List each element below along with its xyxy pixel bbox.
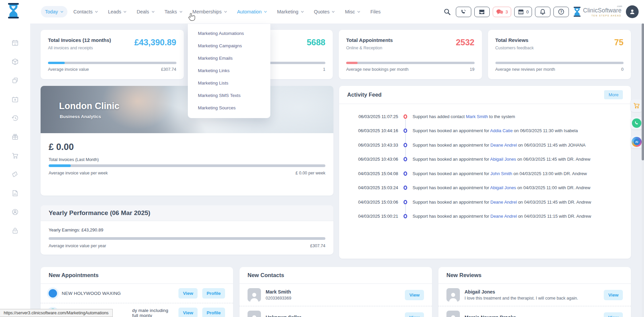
inbox-button[interactable] (474, 7, 490, 17)
last-month-footer-label: Average invoice value per week (49, 171, 108, 175)
nav-label: Misc (345, 9, 355, 14)
profile-button[interactable]: Profile (202, 308, 225, 317)
app-logo-icon[interactable] (7, 3, 19, 20)
nav-item-contacts[interactable]: Contacts (69, 6, 102, 17)
stat-value: £43,390.89 (134, 38, 176, 47)
nav-item-automation[interactable]: Automation (233, 6, 271, 17)
menu-item-marketing-sms-texts[interactable]: Marketing SMS Texts (188, 89, 270, 102)
menu-item-marketing-automations[interactable]: Marketing Automations (188, 27, 270, 40)
yearly-footer-label: Average invoice value per year (49, 244, 106, 248)
menu-item-marketing-links[interactable]: Marketing Links (188, 64, 270, 77)
main-nav: Today Contacts Leads Deals Tasks Members… (41, 0, 385, 23)
package-icon[interactable] (11, 58, 19, 66)
chevron-down-icon (357, 11, 360, 13)
more-button[interactable]: More (604, 90, 623, 99)
top-header: Today Contacts Leads Deals Tasks Members… (0, 0, 644, 23)
phone-button[interactable] (456, 7, 471, 17)
menu-item-marketing-emails[interactable]: Marketing Emails (188, 52, 270, 64)
copy-icon[interactable] (11, 76, 19, 85)
user-avatar[interactable] (626, 5, 639, 18)
contact-link[interactable]: Abigail Jones (490, 157, 516, 162)
review-row: Abigail Jones I love this treatment and … (438, 284, 631, 306)
chevron-down-icon (224, 11, 227, 13)
gift-icon[interactable] (11, 133, 19, 141)
yearly-footer-value: £307.74 (310, 244, 325, 248)
scrollbar-thumb[interactable] (642, 23, 644, 160)
last-month-footer-value: £ 0.00 per week (296, 171, 325, 175)
scrollbar-track[interactable] (642, 23, 644, 317)
contact-link[interactable]: John Smith (490, 171, 512, 176)
brand-name: ClinicSoftware.com (583, 7, 622, 14)
view-button[interactable]: View (178, 288, 198, 299)
store-count-badge: 0 (526, 9, 529, 14)
floating-call-button[interactable] (630, 117, 643, 129)
yearly-performance-card: Yearly Performance (06 Mar 2025) Yearly … (41, 205, 333, 255)
view-button[interactable]: View (405, 312, 424, 317)
nav-label: Today (45, 9, 58, 14)
help-button[interactable]: ? (553, 7, 569, 17)
progress-bar (49, 237, 325, 240)
contact-link[interactable]: Addia Catie (490, 128, 513, 133)
feed-timestamp: 04/03/2025 15:03:24 (347, 185, 398, 190)
nav-item-today[interactable]: Today (41, 6, 67, 17)
menu-item-marketing-sources[interactable]: Marketing Sources (188, 102, 270, 114)
nav-item-leads[interactable]: Leads (104, 6, 131, 17)
calendar-icon[interactable]: 12 (11, 39, 19, 47)
yearly-earnings: Yearly Earnings: £43,290.89 (49, 227, 325, 232)
profile-button[interactable]: Profile (202, 288, 225, 299)
notifications-button[interactable] (535, 7, 550, 17)
ticket-icon[interactable] (11, 170, 19, 178)
brand-hourglass-icon (573, 6, 581, 17)
contact-link[interactable]: Deane Andrel (490, 143, 517, 148)
help-icon: ? (558, 9, 564, 15)
nav-item-marketing[interactable]: Marketing (273, 6, 308, 17)
chevron-down-icon (332, 11, 335, 13)
chevron-down-icon (301, 11, 304, 13)
contact-link[interactable]: Deane Andrel (490, 200, 517, 205)
dashboard-page: Today Contacts Leads Deals Tasks Members… (0, 0, 644, 317)
feed-marker-icon (404, 186, 407, 190)
user-badge-icon[interactable] (11, 208, 19, 216)
contact-link[interactable]: Abigail Jones (490, 185, 516, 190)
nav-item-tasks[interactable]: Tasks (161, 6, 186, 17)
nav-item-misc[interactable]: Misc (341, 6, 364, 17)
floating-cart-button[interactable] (630, 99, 643, 112)
svg-text:?: ? (560, 10, 562, 14)
contact-link[interactable]: Deane Andrel (490, 214, 517, 219)
view-button[interactable]: View (178, 308, 198, 317)
status-dot (49, 289, 57, 298)
contact-phone: 02033693369 (266, 296, 400, 301)
progress-bar (49, 164, 325, 167)
calendar-check-icon[interactable] (11, 95, 19, 103)
view-button[interactable]: View (604, 290, 623, 300)
nav-item-memberships[interactable]: Memberships (189, 6, 231, 17)
stat-footer-label: Average new bookings per month (346, 67, 409, 72)
chevron-down-icon (179, 11, 182, 13)
feed-marker-icon (404, 171, 407, 176)
history-icon[interactable] (11, 114, 19, 122)
cart-icon[interactable] (11, 152, 19, 160)
menu-item-marketing-lists[interactable]: Marketing Lists (188, 77, 270, 89)
menu-item-marketing-campaigns[interactable]: Marketing Campaigns (188, 40, 270, 52)
store-button[interactable]: 0 (514, 7, 532, 17)
nav-item-files[interactable]: Files (366, 6, 385, 17)
lock-icon[interactable] (11, 227, 19, 235)
stat-card-reviews: Total Reviews Customers feedback 75 Aver… (488, 30, 631, 79)
view-button[interactable]: View (604, 312, 623, 317)
contact-link[interactable]: Mark Smith (466, 114, 488, 119)
search-icon[interactable] (444, 8, 451, 15)
nav-item-quotes[interactable]: Quotes (310, 6, 339, 17)
stat-footer-label: Average invoice value (48, 67, 89, 72)
view-button[interactable]: View (405, 290, 424, 300)
svg-text:12: 12 (14, 43, 16, 45)
brand-logo[interactable]: ClinicSoftware.com TEN STEPS AHEAD (573, 6, 622, 17)
nav-item-deals[interactable]: Deals (132, 6, 158, 17)
chat-button[interactable]: 3 (493, 7, 511, 17)
feed-item: 06/03/2025 10:44:16 Support has booked a… (339, 124, 631, 138)
contact-avatar (248, 311, 261, 317)
floating-ai-button[interactable]: AI (630, 136, 643, 148)
person-icon (629, 8, 636, 15)
report-icon[interactable] (11, 189, 19, 197)
brand-tld: .com (616, 5, 622, 8)
stat-footer-value: £307.74 (161, 67, 176, 72)
